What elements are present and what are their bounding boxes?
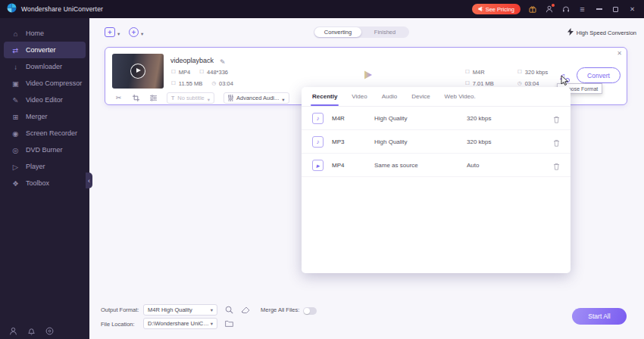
- see-pricing-label: See Pricing: [486, 6, 514, 13]
- sidebar-item-downloader[interactable]: ↓ Downloader: [4, 58, 86, 75]
- target-format: M4R: [473, 69, 485, 76]
- delete-trash-icon[interactable]: [552, 161, 561, 170]
- user-icon[interactable]: [9, 327, 17, 335]
- chevron-down-icon: [211, 320, 213, 327]
- merge-toggle[interactable]: [303, 307, 317, 315]
- format-row-m4r[interactable]: M4R High Quality 320 kbps: [302, 107, 571, 130]
- sidebar-item-video-editor[interactable]: ✎ Video Editor: [4, 92, 86, 108]
- minimize-button[interactable]: [594, 5, 604, 14]
- sidebar-item-label: Video Editor: [26, 96, 63, 104]
- convert-button[interactable]: Convert: [577, 67, 621, 83]
- subtitle-value: No subtitle: [177, 95, 204, 101]
- crop-icon[interactable]: [132, 94, 140, 102]
- format-row-mp4[interactable]: MP4 Same as source Auto: [302, 154, 571, 177]
- file-location-dropdown[interactable]: D:\Wondershare UniConverter 1: [143, 318, 217, 329]
- recorder-icon: ◉: [11, 129, 20, 138]
- search-format-icon[interactable]: [224, 305, 234, 315]
- output-format-value: M4R High Quality: [148, 306, 192, 313]
- close-button[interactable]: [627, 5, 637, 14]
- chevron-down-icon: [282, 91, 284, 104]
- file-location-label: File Location:: [101, 321, 135, 328]
- home-icon: ⌂: [11, 30, 20, 38]
- advanced-audio-value: Advanced Audi...: [236, 95, 279, 101]
- settings-gear-icon: [565, 78, 570, 82]
- sidebar-item-home[interactable]: ⌂ Home: [4, 25, 86, 42]
- lightning-icon: [567, 28, 574, 37]
- dvd-icon: ◎: [11, 146, 20, 154]
- play-icon: [136, 68, 141, 73]
- toolbox-icon: ❖: [11, 179, 20, 188]
- notifications-bell-icon[interactable]: [27, 327, 36, 335]
- sidebar-item-merger[interactable]: ⊞ Merger: [4, 108, 86, 125]
- output-format-label: Output Format:: [101, 306, 139, 313]
- target-size: 7.01 MB: [473, 80, 494, 87]
- open-folder-icon[interactable]: [224, 319, 234, 328]
- format-icon: [171, 70, 176, 75]
- add-device-icon: [129, 27, 139, 37]
- app-menu-icon[interactable]: [577, 5, 587, 14]
- see-pricing-button[interactable]: See Pricing: [472, 4, 521, 14]
- target-bitrate: 320 kbps: [525, 69, 548, 76]
- source-format: MP4: [179, 69, 190, 76]
- user-account-icon[interactable]: [544, 5, 554, 14]
- sidebar-collapse-handle[interactable]: ‹: [86, 173, 92, 188]
- app-logo-icon: [7, 2, 17, 16]
- convert-arrow-icon: [349, 70, 374, 83]
- source-file-info: MP4 448*336 11.55 MB 03:04: [171, 67, 233, 89]
- trim-scissors-icon[interactable]: [114, 94, 123, 102]
- add-from-device-button[interactable]: [129, 26, 148, 38]
- file-title: videoplayback: [170, 57, 214, 64]
- delete-trash-icon[interactable]: [552, 138, 561, 147]
- store-gift-icon[interactable]: [527, 5, 537, 14]
- feedback-disc-icon[interactable]: [45, 327, 54, 335]
- sidebar-item-toolbox[interactable]: ❖ Toolbox: [4, 175, 86, 191]
- sidebar-item-screen-recorder[interactable]: ◉ Screen Recorder: [4, 125, 86, 142]
- bitrate-icon: [517, 70, 522, 75]
- sidebar-item-video-compressor[interactable]: ▣ Video Compressor: [4, 75, 86, 92]
- choose-format-button[interactable]: [554, 67, 571, 84]
- remove-file-icon[interactable]: [617, 50, 622, 57]
- tab-audio[interactable]: Audio: [380, 87, 399, 106]
- chevron-down-icon: [211, 306, 213, 313]
- titlebar: Wondershare UniConverter See Pricing: [0, 0, 644, 18]
- advanced-audio-dropdown[interactable]: Advanced Audi...: [224, 92, 289, 104]
- start-all-button[interactable]: Start All: [572, 308, 627, 325]
- format-name: MP4: [332, 162, 344, 169]
- high-speed-conversion[interactable]: High Speed Conversion: [567, 28, 636, 37]
- sidebar-item-dvd-burner[interactable]: ◎ DVD Burner: [4, 142, 86, 158]
- maximize-button[interactable]: [611, 5, 621, 14]
- customize-icon[interactable]: [240, 305, 250, 315]
- sidebar-item-label: Video Compressor: [26, 79, 82, 87]
- sidebar-footer: [9, 327, 54, 335]
- format-bitrate: 320 kbps: [467, 138, 491, 145]
- tab-web-video[interactable]: Web Video.: [443, 87, 477, 106]
- tab-video[interactable]: Video: [350, 87, 368, 106]
- file-location-value: D:\Wondershare UniConverter 1: [148, 320, 211, 327]
- video-thumbnail[interactable]: [112, 54, 164, 89]
- sidebar-item-converter[interactable]: ⇄ Converter: [4, 42, 86, 58]
- rename-pencil-icon[interactable]: [220, 54, 226, 67]
- subtitle-dropdown[interactable]: T No subtitle: [167, 92, 214, 104]
- sidebar-item-label: Merger: [26, 113, 48, 120]
- support-headset-icon[interactable]: [561, 5, 571, 14]
- notification-dot: [552, 4, 555, 7]
- sidebar-item-player[interactable]: ▷ Player: [4, 158, 86, 175]
- source-resolution: 448*336: [207, 69, 228, 76]
- tab-converting[interactable]: Converting: [314, 27, 361, 37]
- format-icon: [465, 70, 470, 75]
- add-file-icon: [105, 27, 115, 37]
- sidebar-item-label: Screen Recorder: [26, 129, 77, 137]
- output-format-dropdown[interactable]: M4R High Quality: [143, 304, 217, 316]
- merger-icon: ⊞: [11, 113, 20, 121]
- tab-device[interactable]: Device: [410, 87, 431, 106]
- queue-tabs: Converting Finished: [314, 26, 409, 38]
- tab-finished[interactable]: Finished: [361, 27, 408, 37]
- delete-trash-icon[interactable]: [552, 114, 561, 123]
- app-title: Wondershare UniConverter: [21, 5, 103, 13]
- add-files-button[interactable]: [105, 26, 124, 38]
- tab-recently[interactable]: Recently: [311, 87, 339, 106]
- effects-icon[interactable]: [149, 94, 158, 102]
- converter-icon: ⇄: [11, 46, 20, 54]
- format-row-mp3[interactable]: MP3 High Quality 320 kbps: [302, 130, 571, 154]
- app-window: Wondershare UniConverter See Pricing: [0, 0, 644, 339]
